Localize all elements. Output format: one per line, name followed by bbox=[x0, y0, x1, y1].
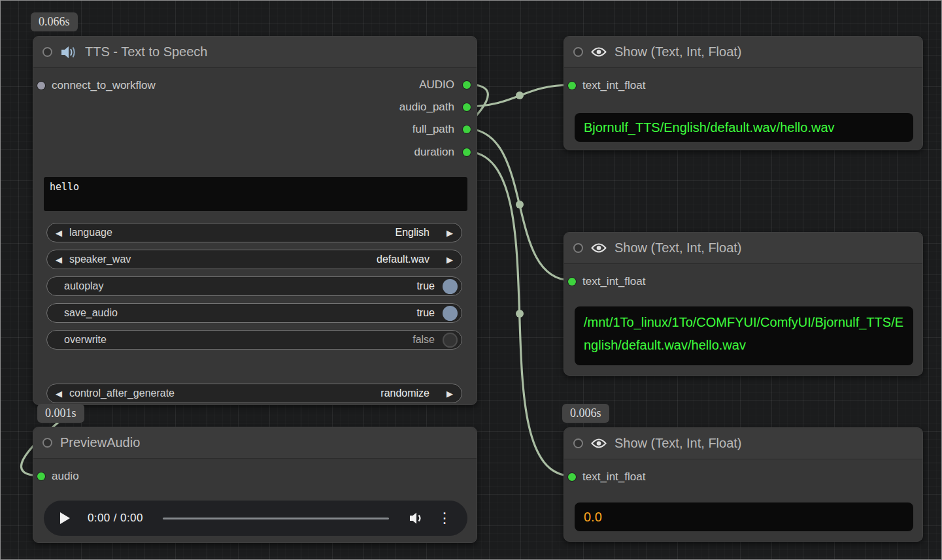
volume-icon[interactable] bbox=[409, 512, 424, 525]
output-label-audio: AUDIO bbox=[419, 77, 454, 93]
collapse-toggle[interactable] bbox=[42, 438, 52, 448]
widget-label: control_after_generate bbox=[69, 387, 175, 399]
widget-label: autoplay bbox=[64, 280, 104, 292]
node-show-1[interactable]: Show (Text, Int, Float) text_int_float B… bbox=[564, 36, 923, 150]
node-show-2[interactable]: Show (Text, Int, Float) text_int_float /… bbox=[564, 232, 923, 376]
eye-icon bbox=[591, 438, 607, 449]
eye-icon bbox=[591, 46, 607, 58]
widget-label: language bbox=[69, 227, 112, 239]
toggle-knob[interactable] bbox=[443, 279, 458, 294]
audio-player[interactable]: 0:00 / 0:00 ⋮ bbox=[44, 501, 467, 536]
output-port-audio[interactable] bbox=[463, 81, 471, 89]
node-title: Show (Text, Int, Float) bbox=[614, 240, 742, 255]
show-text-output[interactable]: Bjornulf_TTS/English/default.wav/hello.w… bbox=[575, 113, 913, 142]
show1-node-header[interactable]: Show (Text, Int, Float) bbox=[564, 37, 922, 68]
input-label: text_int_float bbox=[582, 274, 645, 289]
widget-value: false bbox=[412, 334, 435, 346]
toggle-knob[interactable] bbox=[443, 306, 458, 321]
input-label: audio bbox=[52, 469, 79, 484]
widget-value: default.wav bbox=[377, 254, 429, 265]
collapse-toggle[interactable] bbox=[42, 47, 52, 57]
output-label-audio_path: audio_path bbox=[399, 99, 454, 115]
widget-value: true bbox=[416, 280, 435, 292]
widget-label: save_audio bbox=[64, 307, 118, 319]
collapse-toggle[interactable] bbox=[573, 47, 583, 57]
preview-node-header[interactable]: PreviewAudio bbox=[33, 427, 477, 459]
widget-save_audio[interactable]: save_audio true bbox=[46, 303, 462, 323]
overflow-menu-icon[interactable]: ⋮ bbox=[437, 511, 452, 525]
collapse-toggle[interactable] bbox=[573, 438, 583, 448]
show-float-output[interactable]: 0.0 bbox=[575, 502, 913, 531]
node-title: TTS - Text to Speech bbox=[85, 44, 208, 59]
input-port-text_int_float[interactable] bbox=[568, 82, 576, 90]
node-preview-audio[interactable]: PreviewAudio audio 0:00 / 0:00 ⋮ bbox=[33, 427, 477, 543]
play-button[interactable] bbox=[59, 512, 71, 525]
link-midpoint-dot bbox=[516, 201, 524, 208]
combo-next-icon[interactable]: ▶ bbox=[446, 389, 453, 398]
time-display: 0:00 / 0:00 bbox=[88, 512, 143, 525]
widget-label: overwrite bbox=[64, 334, 107, 346]
widget-autoplay[interactable]: autoplay true bbox=[46, 276, 462, 296]
text-input[interactable]: hello bbox=[44, 177, 467, 211]
combo-prev-icon[interactable]: ◀ bbox=[56, 255, 62, 264]
output-label-full_path: full_path bbox=[412, 122, 454, 137]
node-title: Show (Text, Int, Float) bbox=[614, 436, 742, 451]
eye-icon bbox=[591, 242, 607, 254]
widget-language[interactable]: ◀ language English ▶ bbox=[46, 223, 462, 242]
widget-label: speaker_wav bbox=[69, 254, 131, 265]
exec-time-badge-preview: 0.001s bbox=[37, 404, 84, 423]
show3-node-header[interactable]: Show (Text, Int, Float) bbox=[564, 428, 922, 459]
link-midpoint-dot bbox=[516, 91, 524, 99]
widget-speaker_wav[interactable]: ◀ speaker_wav default.wav ▶ bbox=[46, 250, 462, 269]
output-port-duration[interactable] bbox=[463, 148, 471, 156]
toggle-knob[interactable] bbox=[443, 333, 458, 348]
input-label: text_int_float bbox=[582, 469, 645, 485]
widget-value: randomize bbox=[380, 387, 429, 399]
combo-prev-icon[interactable]: ◀ bbox=[56, 229, 62, 237]
show2-node-header[interactable]: Show (Text, Int, Float) bbox=[564, 233, 922, 264]
input-port-audio[interactable] bbox=[37, 472, 45, 480]
input-label: text_int_float bbox=[582, 78, 645, 93]
output-label-duration: duration bbox=[414, 144, 454, 160]
combo-next-icon[interactable]: ▶ bbox=[446, 229, 453, 237]
tts-speaker-icon bbox=[60, 45, 77, 59]
collapse-toggle[interactable] bbox=[573, 243, 583, 253]
output-port-full_path[interactable] bbox=[463, 125, 471, 133]
node-title: PreviewAudio bbox=[60, 435, 140, 450]
show-text-output[interactable]: /mnt/1To_linux/1To/COMFYUI/ComfyUI/Bjorn… bbox=[575, 306, 913, 365]
widget-value: true bbox=[416, 307, 435, 319]
link-midpoint-dot bbox=[516, 310, 524, 318]
widget-control_after_generate[interactable]: ◀ control_after_generate randomize ▶ bbox=[46, 384, 462, 403]
exec-time-badge-tts: 0.066s bbox=[31, 12, 78, 31]
tts-node-header[interactable]: TTS - Text to Speech bbox=[33, 37, 477, 68]
combo-next-icon[interactable]: ▶ bbox=[446, 255, 453, 264]
input-port-text_int_float[interactable] bbox=[568, 278, 576, 286]
combo-prev-icon[interactable]: ◀ bbox=[56, 389, 62, 398]
input-port-connect_to_workflow[interactable] bbox=[37, 82, 45, 90]
node-title: Show (Text, Int, Float) bbox=[614, 44, 742, 59]
seek-slider[interactable] bbox=[163, 518, 389, 519]
widget-overwrite[interactable]: overwrite false bbox=[46, 330, 462, 350]
widget-value: English bbox=[395, 227, 429, 239]
exec-time-badge-show3: 0.006s bbox=[562, 404, 609, 423]
output-port-audio_path[interactable] bbox=[463, 103, 471, 111]
input-port-text_int_float[interactable] bbox=[568, 473, 576, 481]
input-label: connect_to_workflow bbox=[52, 78, 156, 93]
node-tts[interactable]: TTS - Text to Speech connect_to_workflow… bbox=[33, 36, 477, 405]
node-show-3[interactable]: Show (Text, Int, Float) text_int_float 0… bbox=[564, 427, 923, 542]
